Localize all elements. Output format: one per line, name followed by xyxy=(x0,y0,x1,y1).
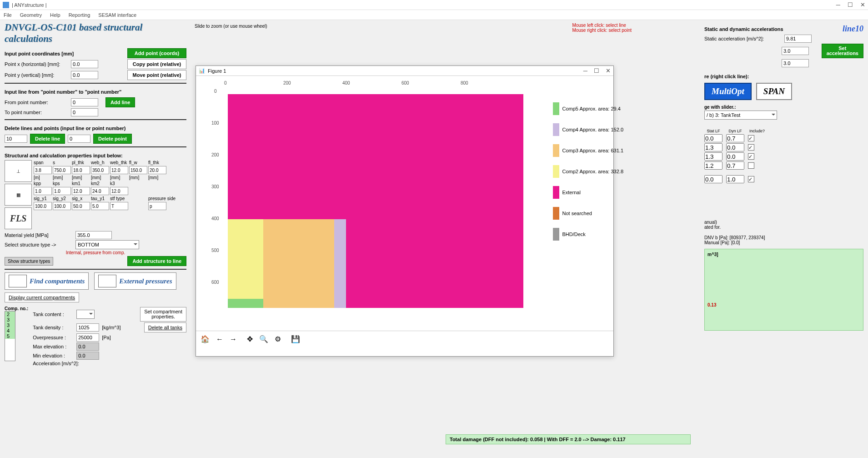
external-pressures-button[interactable]: External pressures xyxy=(94,272,176,290)
add-point-button[interactable]: Add point (coords) xyxy=(127,48,186,58)
kps-input[interactable] xyxy=(53,187,71,195)
delete-point-button[interactable]: Delete point xyxy=(93,134,132,144)
comp-item[interactable]: 3 xyxy=(5,317,15,322)
multiopt-button[interactable]: MultiOpt xyxy=(704,83,752,100)
point-y-input[interactable] xyxy=(71,71,98,79)
s-input[interactable] xyxy=(53,166,71,174)
line-label: line10 xyxy=(843,24,863,34)
include-checkbox[interactable]: ✓ xyxy=(748,135,754,141)
k3-input[interactable] xyxy=(110,187,128,195)
hdr-kps: kps xyxy=(53,181,71,186)
set-accel-button[interactable]: Setaccelerations xyxy=(822,44,863,58)
save-icon[interactable]: 💾 xyxy=(289,334,302,344)
minimize-icon[interactable]: ─ xyxy=(836,1,840,8)
statlf-input[interactable] xyxy=(704,143,722,151)
statlf-input[interactable] xyxy=(704,175,722,183)
to-pt-input[interactable] xyxy=(71,108,98,116)
close-icon[interactable]: ✕ xyxy=(860,1,865,8)
kpp-input[interactable] xyxy=(34,187,52,195)
add-line-button[interactable]: Add line xyxy=(105,97,135,107)
from-pt-input[interactable] xyxy=(71,98,98,106)
show-struct-types-button[interactable]: Show structure types xyxy=(5,257,53,266)
comp-item[interactable]: 2 xyxy=(5,312,15,317)
comp-item[interactable]: 4 xyxy=(5,328,15,333)
info-line: anual) xyxy=(704,220,863,225)
legend-item: Comp4 Approx. area: 152.0 xyxy=(553,123,623,136)
dyn2-input[interactable] xyxy=(782,59,809,67)
back-icon[interactable]: ← xyxy=(214,334,225,344)
sigy1-input[interactable] xyxy=(34,202,52,210)
statlf-input[interactable] xyxy=(704,152,722,161)
legend-label: Not searched xyxy=(562,211,592,216)
dyn1-input[interactable] xyxy=(782,47,809,55)
op-unit: [Pa] xyxy=(102,335,111,340)
find-compartments-button[interactable]: Find compartments xyxy=(5,272,89,290)
struct-type-select[interactable]: BOTTOM xyxy=(75,240,139,249)
plthk-input[interactable] xyxy=(72,166,90,174)
static-accel-input[interactable] xyxy=(784,35,812,43)
comp-item[interactable]: 5 xyxy=(5,333,15,339)
pan-icon[interactable]: ✥ xyxy=(245,334,255,344)
dynlf-input[interactable] xyxy=(726,175,744,183)
webh-input[interactable] xyxy=(91,166,109,174)
pside-input[interactable] xyxy=(148,202,166,210)
point-x-input[interactable] xyxy=(71,60,98,68)
configure-icon[interactable]: ⚙ xyxy=(273,334,283,344)
display-compartments-button[interactable]: Display current compartments xyxy=(5,292,79,302)
set-comp-props-button[interactable]: Set compartmentproperties. xyxy=(140,307,186,322)
sigy2-input[interactable] xyxy=(53,202,71,210)
fig-close-icon[interactable]: ✕ xyxy=(606,67,611,74)
chart-plot[interactable]: Comp5 Approx. area: 29.4 Comp4 Approx. a… xyxy=(228,94,523,308)
add-struct-button[interactable]: Add structure to line xyxy=(127,256,186,266)
forward-icon[interactable]: → xyxy=(228,334,239,344)
delete-line-button[interactable]: Delete line xyxy=(30,134,65,144)
tank-content-select[interactable] xyxy=(76,310,95,319)
legend-item: Not searched xyxy=(553,207,623,220)
min-elev-input[interactable] xyxy=(76,352,99,360)
copy-point-button[interactable]: Copy point (relative) xyxy=(127,59,186,69)
dynlf-input[interactable] xyxy=(726,143,744,151)
menu-geometry[interactable]: Geometry xyxy=(20,12,42,18)
include-checkbox[interactable]: ✓ xyxy=(748,176,754,182)
stftype-input[interactable] xyxy=(110,202,128,210)
include-checkbox[interactable]: ✓ xyxy=(748,144,754,151)
sigx-input[interactable] xyxy=(72,202,90,210)
menu-file[interactable]: File xyxy=(4,12,12,18)
tauy1-input[interactable] xyxy=(91,202,109,210)
km2-input[interactable] xyxy=(91,187,109,195)
dynlf-input[interactable] xyxy=(726,134,744,142)
accel-row: ✓ xyxy=(704,143,863,151)
tank-density-input[interactable] xyxy=(76,323,99,332)
flthk-input[interactable] xyxy=(148,166,166,174)
delete-tanks-button[interactable]: Delete all tanks xyxy=(144,322,186,332)
comp-select[interactable]: / b) 3: TankTest xyxy=(704,111,777,120)
statlf-input[interactable] xyxy=(704,161,722,170)
flw-input[interactable] xyxy=(129,166,147,174)
include-checkbox[interactable] xyxy=(748,162,754,169)
del-line-input[interactable] xyxy=(5,135,27,143)
overpressure-input[interactable] xyxy=(76,333,99,342)
maximize-icon[interactable]: ☐ xyxy=(848,1,853,8)
zoom-icon[interactable]: 🔍 xyxy=(257,334,270,344)
mat-yield-input[interactable] xyxy=(75,231,112,239)
figure-titlebar: 📊 Figure 1 ─ ☐ ✕ xyxy=(196,66,613,76)
home-icon[interactable]: 🏠 xyxy=(199,334,211,344)
include-checkbox[interactable]: ✓ xyxy=(748,153,754,160)
comp-item[interactable]: 3 xyxy=(5,322,15,328)
comp-listbox[interactable]: 2 3 3 4 5 xyxy=(5,311,15,361)
menu-help[interactable]: Help xyxy=(50,12,60,18)
km1-input[interactable] xyxy=(72,187,90,195)
move-point-button[interactable]: Move point (relative) xyxy=(127,70,186,80)
dynlf-input[interactable] xyxy=(726,161,744,170)
max-elev-input[interactable] xyxy=(76,342,99,351)
del-pt-input[interactable] xyxy=(68,135,90,143)
statlf-input[interactable] xyxy=(704,134,722,142)
fig-minimize-icon[interactable]: ─ xyxy=(583,67,587,74)
dynlf-input[interactable] xyxy=(726,152,744,161)
menu-reporting[interactable]: Reporting xyxy=(69,12,90,18)
fig-maximize-icon[interactable]: ☐ xyxy=(594,67,599,74)
span-input[interactable] xyxy=(34,166,52,174)
span-button[interactable]: SPAN xyxy=(756,83,792,100)
menu-sesam[interactable]: SESAM interface xyxy=(98,12,136,18)
webthk-input[interactable] xyxy=(110,166,128,174)
